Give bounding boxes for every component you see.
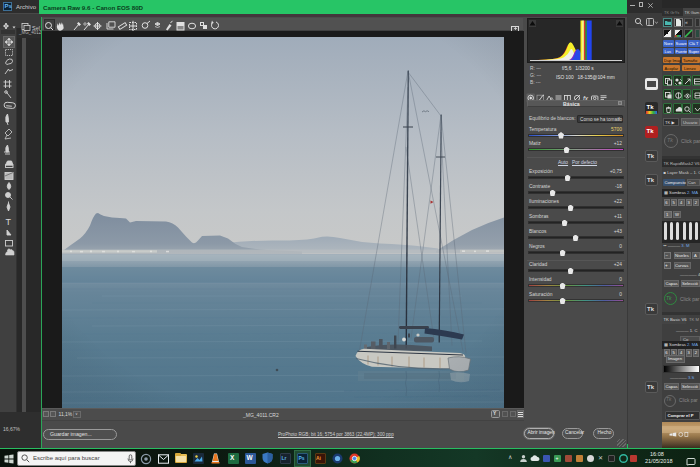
- svg-text:T: T: [6, 217, 12, 227]
- svg-text:Sel: Sel: [32, 25, 40, 31]
